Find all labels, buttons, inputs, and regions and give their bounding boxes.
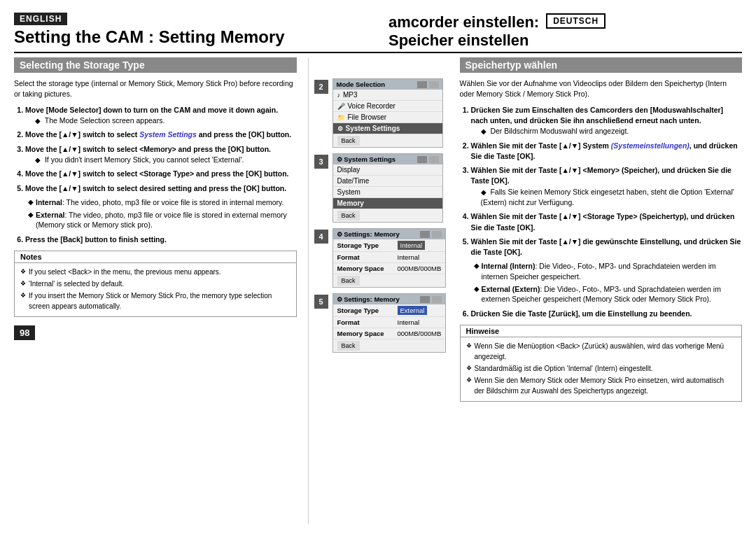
en-steps-list: Move [Mode Selector] down to turn on the…: [14, 105, 297, 194]
de-main-title: Speicher einstellen: [388, 32, 742, 49]
title-icon-3: [417, 156, 427, 163]
memory-space-value-4: 000MB/000MB: [398, 265, 442, 272]
de-external-label: External (Extern): [482, 285, 540, 293]
note-item-3: ❖ If you insert the Memory Stick or Memo…: [20, 290, 290, 311]
screenshot-2-titlebar: Mode Selection: [333, 79, 442, 90]
screenshot-5-row: 5 ⚙ Settings: Memory Storage Type Extern…: [314, 293, 443, 353]
en-step6-list: Press the [Back] button to finish settin…: [14, 234, 297, 245]
menu-datetime[interactable]: Date/Time: [333, 176, 442, 187]
en-step-3: Move the [▲/▼] switch to select <Memory>…: [25, 144, 297, 166]
note-symbol-1: ❖: [20, 267, 26, 277]
screenshot-2-back-area: Back: [333, 134, 442, 147]
screenshot-5-back-area: Back: [333, 339, 446, 352]
screenshot-3-titlebar: ⚙ System Settings: [333, 154, 442, 164]
notes-header: Notes: [15, 251, 296, 263]
menu-memory[interactable]: Memory: [333, 198, 442, 209]
header: ENGLISH Setting the CAM : Setting Memory…: [14, 13, 742, 53]
back-btn-5[interactable]: Back: [337, 341, 360, 351]
german-column: Speichertyp wählen Wählen Sie vor der Au…: [449, 57, 743, 524]
de-bullet-internal: ◆ Internal (Intern): Die Video-, Foto-, …: [474, 261, 743, 281]
storage-type-label-5: Storage Type: [337, 307, 393, 314]
de-internal-label: Internal (Intern): [482, 262, 536, 270]
en-internal-label: Internal: [36, 198, 62, 206]
screenshot-2-title: Mode Selection: [337, 80, 386, 88]
screenshot-3-back-area: Back: [333, 209, 442, 222]
menu-system[interactable]: System: [333, 187, 442, 198]
en-step-6: Press the [Back] button to finish settin…: [25, 234, 297, 245]
back-btn-3[interactable]: Back: [337, 211, 360, 220]
field-storage-type-4: Storage Type Internal: [333, 239, 446, 252]
de-section-heading: Speichertyp wählen: [460, 57, 743, 73]
note-text-2: 'Internal' is selected by default.: [29, 279, 124, 289]
main-layout: Selecting the Storage Type Select the st…: [14, 57, 742, 524]
en-bullet-internal: ◆ Internal: The video, photo, mp3 file o…: [28, 197, 297, 208]
note-symbol-3: ❖: [20, 291, 26, 311]
menu-voice-recorder[interactable]: 🎤 Voice Recorder: [333, 101, 442, 112]
screenshot-2: Mode Selection ♪ MP3 🎤 Voice Recorder 📁 …: [332, 78, 443, 148]
screenshot-4-titlebar: ⚙ Settings: Memory: [333, 229, 446, 239]
header-left: ENGLISH Setting the CAM : Setting Memory: [14, 13, 368, 46]
screenshot-2-icons: [417, 81, 439, 88]
storage-type-value-5: External: [398, 306, 428, 315]
menu-file-browser[interactable]: 📁 File Browser: [333, 112, 442, 123]
format-value-4: Internal: [398, 253, 420, 261]
hinweise-symbol-1: ❖: [466, 342, 472, 362]
en-bullets: ◆ Internal: The video, photo, mp3 file o…: [21, 197, 297, 230]
back-btn-2[interactable]: Back: [337, 136, 360, 146]
title-icon-4: [429, 156, 439, 163]
de-bullet-external: ◆ External (Extern): Die Video-, Foto-, …: [474, 284, 743, 304]
title-icon-2: [429, 81, 439, 88]
field-format-5: Format Internal: [333, 317, 446, 328]
storage-type-value-4: Internal: [398, 241, 426, 250]
hinweise-header: Hinweise: [461, 325, 742, 337]
hinweise-symbol-3: ❖: [466, 376, 472, 396]
hinweise-content: ❖ Wenn Sie die Menüoption <Back> (Zurück…: [461, 337, 742, 401]
screenshot-3-title: ⚙ System Settings: [337, 155, 396, 163]
en-step-1: Move [Mode Selector] down to turn on the…: [25, 105, 297, 127]
hinweise-symbol-2: ❖: [466, 364, 472, 374]
format-label-4: Format: [337, 253, 393, 261]
step-3-badge: 3: [314, 155, 328, 169]
note-text-3: If you insert the Memory Stick or Memory…: [29, 290, 290, 311]
screenshots-column: 2 Mode Selection ♪ MP3 🎤 Voice Recorder …: [309, 57, 449, 524]
screenshot-5-icons: [420, 296, 442, 303]
en-bullet-external: ◆ External: The video, photo, mp3 file o…: [28, 210, 297, 230]
diamond-icon-4: ◆: [474, 284, 479, 304]
hinweise-text-3: Wenn Sie den Memory Stick oder Memory St…: [475, 375, 736, 396]
back-btn-4[interactable]: Back: [337, 276, 360, 286]
format-value-5: Internal: [398, 318, 420, 326]
page: ENGLISH Setting the CAM : Setting Memory…: [0, 0, 756, 534]
notes-box: Notes ❖ If you select <Back> in the menu…: [14, 251, 297, 317]
field-storage-type-5: Storage Type External: [333, 304, 446, 317]
de-bullets: ◆ Internal (Intern): Die Video-, Foto-, …: [467, 261, 743, 304]
system-icon: ⚙: [337, 125, 343, 132]
english-column: Selecting the Storage Type Select the st…: [14, 57, 309, 524]
en-external-label: External: [36, 211, 64, 219]
screenshot-2-row: 2 Mode Selection ♪ MP3 🎤 Voice Recorder …: [314, 78, 443, 148]
menu-mp3[interactable]: ♪ MP3: [333, 90, 442, 101]
screenshot-5: ⚙ Settings: Memory Storage Type External…: [332, 293, 447, 353]
field-memory-space-5: Memory Space 000MB/000MB: [333, 328, 446, 339]
de-bullet-internal-text: Internal (Intern): Die Video-, Foto-, MP…: [482, 261, 743, 281]
screenshot-5-titlebar: ⚙ Settings: Memory: [333, 294, 446, 304]
de-intro: Wählen Sie vor der Aufnahme von Videocli…: [460, 78, 743, 99]
title-icon-7: [420, 296, 430, 303]
en-step-2: Move the [▲/▼] switch to select System S…: [25, 129, 297, 140]
de-italic-system: (Systemeinstellungen): [611, 141, 690, 150]
title-icon-6: [432, 231, 442, 238]
de-step6-list: Drücken Sie die Taste [Zurück], um die E…: [460, 309, 743, 319]
screenshot-3-icons: [417, 156, 439, 163]
memory-space-label-4: Memory Space: [337, 265, 393, 272]
mp3-icon: ♪: [337, 92, 341, 99]
step-2-badge: 2: [314, 80, 328, 94]
note-item-2: ❖ 'Internal' is selected by default.: [20, 279, 290, 289]
screenshot-5-title: ⚙ Settings: Memory: [337, 295, 400, 303]
title-icon-8: [432, 296, 442, 303]
en-section-heading: Selecting the Storage Type: [14, 57, 297, 73]
en-main-title: Setting the CAM : Setting Memory: [14, 28, 368, 46]
memory-space-value-5: 000MB/000MB: [398, 330, 442, 337]
english-badge: ENGLISH: [14, 13, 67, 25]
note-symbol-2: ❖: [20, 279, 26, 289]
menu-system-settings[interactable]: ⚙ System Settings: [333, 123, 442, 134]
menu-display[interactable]: Display: [333, 164, 442, 176]
